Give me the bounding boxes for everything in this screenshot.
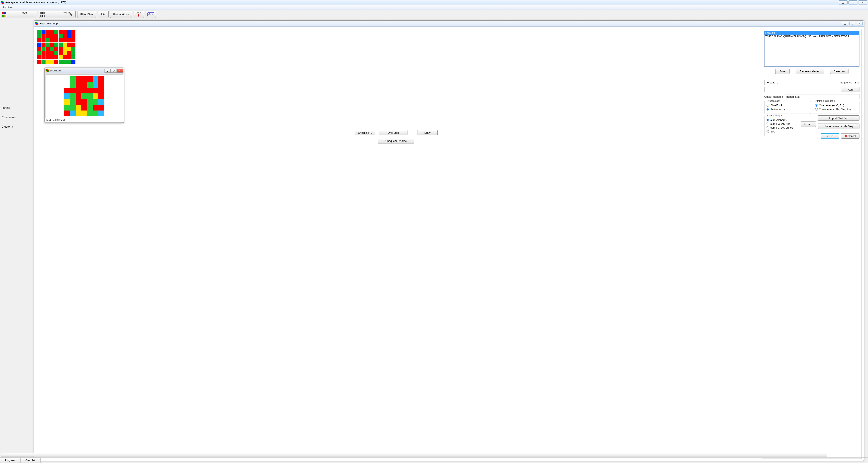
exit-button[interactable]: Exit (146, 10, 156, 18)
close-button[interactable]: ✕ (858, 0, 867, 4)
drawform-close-button[interactable]: X (117, 68, 123, 73)
map-label: Map (22, 11, 27, 15)
add-sequence-input[interactable] (764, 87, 839, 92)
drawform-status: [111 , 1 color 215 (45, 118, 123, 122)
bottom-tabs: Progress Calculati (0, 457, 868, 463)
minimize-button[interactable]: ▁ (839, 0, 848, 4)
save-button[interactable]: Save (775, 68, 789, 74)
select-weight-title: Select Weight (766, 114, 783, 117)
draw-button[interactable]: Draw (417, 130, 438, 135)
output-filename-input[interactable] (785, 94, 860, 99)
drawform-canvas (45, 74, 123, 118)
sequence-listbox[interactable]: >protein_1 TMITDSLAVVLQRRDWENPGVTQLNRLAA… (764, 31, 860, 66)
rna-dna-button[interactable]: RNA_DNA (77, 10, 96, 18)
output-filename-label: Output filename (764, 95, 783, 98)
drawform-window: Drawform ▁ ▢ X (44, 67, 124, 123)
check-icon: ✔ (827, 135, 829, 138)
ponderations-button[interactable]: Ponderations (110, 10, 132, 18)
map-toolbar-button[interactable]: Map (1, 10, 37, 18)
download-icon: ⬇ (137, 14, 140, 17)
process-as-aminoacids[interactable]: Amino acids (767, 108, 809, 111)
tab-calculation[interactable]: Calculati (21, 458, 41, 463)
sequence-name-label: Sequence name (840, 81, 860, 84)
weight-isa[interactable]: ISA (767, 130, 797, 133)
inner-close-button[interactable]: ✕ (857, 22, 863, 25)
menubar: Archivo (0, 5, 868, 10)
four-color-map-window: Four color map ▁ ▢ ✕ (34, 20, 864, 461)
tree-toolbar-button[interactable]: Tree (39, 10, 75, 18)
exit-label: Exit (147, 12, 154, 16)
chequear-dname-button[interactable]: Chequear DName (378, 138, 414, 143)
checking-button[interactable]: Checking ... (354, 130, 376, 135)
color-grid (37, 30, 755, 64)
progress-bar (1, 453, 827, 457)
aa-code-three-letters[interactable]: Three letters (Ala, Cys, Phe.. (815, 108, 857, 111)
cluster-label: Cluster # (2, 125, 17, 128)
process-as-title: Process as: (766, 99, 781, 103)
tree-label: Tree (62, 11, 67, 15)
more-button[interactable]: More... (801, 121, 816, 127)
main-toolbar: Map Tree RNA_DNA AAs Ponderations CODE ⬇… (0, 10, 868, 19)
ok-button[interactable]: ✔ OK (821, 133, 839, 139)
remove-selected-button[interactable]: Remove selected (796, 68, 824, 74)
drawform-title: Drawform (50, 69, 61, 72)
drawform-maximize-button[interactable]: ▢ (111, 68, 117, 73)
inner-window-title: Four color map (40, 22, 58, 25)
sequence-list-body[interactable]: TMITDSLAVVLQRRDWENPGVTQLNRLAAHPPFASWRNSE… (765, 35, 859, 38)
cancel-button[interactable]: ✖ Cancel (841, 133, 860, 139)
drawform-minimize-button[interactable]: ▁ (104, 68, 111, 73)
inner-minimize-button[interactable]: ▁ (842, 22, 848, 25)
sequence-list-header[interactable]: >protein_1 (765, 31, 859, 35)
weight-amber[interactable]: sum-Amber95 (767, 118, 797, 121)
app-icon (1, 1, 4, 4)
clear-box-button[interactable]: Clear box (830, 68, 848, 74)
main-titlebar: Average accessible surface area (Janin e… (0, 0, 868, 5)
aas-button[interactable]: AAs (98, 10, 108, 18)
process-as-dnarna[interactable]: DNA/RNA (767, 104, 809, 107)
drawform-icon (45, 69, 49, 72)
sequence-name-input[interactable] (764, 80, 838, 85)
case-name-label: Case name: (2, 116, 17, 119)
one-step-button[interactable]: One Step (379, 130, 407, 135)
inner-window-icon (35, 22, 39, 25)
color-map-frame: Drawform ▁ ▢ X (36, 29, 756, 126)
aa-code-one-letter[interactable]: One Letter (A, C, F...) (815, 104, 857, 107)
add-button[interactable]: Add (841, 87, 860, 92)
cancel-icon: ✖ (845, 135, 847, 138)
inner-maximize-button[interactable]: ▢ (849, 22, 855, 25)
code-label: CODE (136, 11, 142, 14)
maximize-button[interactable]: ▢ (848, 0, 858, 4)
code-button[interactable]: CODE ⬇ (133, 10, 144, 18)
weight-fcpac-free[interactable]: sum-FCPAC free (767, 122, 797, 125)
menu-file[interactable]: Archivo (1, 6, 13, 9)
label4: Label4 (2, 106, 17, 110)
side-labels: Label4 Case name: Cluster # (2, 106, 17, 128)
tree-icon (68, 12, 74, 17)
window-title: Average accessible surface area (Janin e… (5, 1, 66, 4)
aa-code-title: Amino acids code (815, 99, 836, 103)
import-aa-button[interactable]: Import amino acids Seq (818, 123, 860, 129)
sequence-panel: >protein_1 TMITDSLAVVLQRRDWENPGVTQLNRLAA… (762, 29, 862, 459)
import-dna-button[interactable]: Import DNA Seq (818, 115, 860, 121)
weight-fcpac-buried[interactable]: sum-FCPAC buried (767, 126, 797, 129)
tab-progress[interactable]: Progress (0, 458, 21, 463)
